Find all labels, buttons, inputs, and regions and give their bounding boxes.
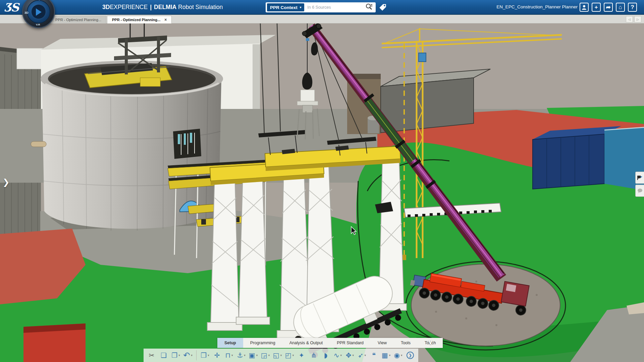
chevron-down-icon[interactable]: ▾ — [178, 354, 180, 357]
tab-programming[interactable]: Programming — [243, 338, 282, 348]
teach-robot-button[interactable]: ◲▾ — [259, 349, 271, 361]
new-robot-task-button[interactable]: ▣▾ — [247, 349, 259, 361]
cut-button[interactable]: ✂ — [146, 349, 158, 361]
more-tools-button[interactable]: ❯ — [404, 349, 416, 361]
paste-icon: ❐ — [171, 352, 177, 359]
tab-ppr-standard[interactable]: PPR Standard — [330, 338, 371, 348]
chevron-down-icon[interactable]: ▾ — [353, 354, 354, 357]
compass-3d-label[interactable]: 3D — [24, 11, 29, 14]
search-context-label: PPR Context — [270, 5, 298, 10]
trace-icon: ∿ — [334, 352, 339, 359]
snap-magnet-icon: ⊓ — [225, 352, 230, 359]
chevron-down-icon[interactable]: ▾ — [244, 354, 246, 357]
ribbon-collapse-button[interactable]: ∨ — [428, 338, 433, 346]
sequence-flow-button[interactable]: ⋔ — [308, 349, 320, 361]
viewport-side-panel — [635, 172, 644, 197]
sequence-flow-icon: ⋔ — [311, 352, 317, 359]
close-icon[interactable]: × — [164, 17, 167, 22]
profile-icon[interactable] — [580, 3, 589, 12]
undo-button[interactable]: ↶▾ — [182, 349, 194, 361]
viewport-comment-button[interactable] — [635, 185, 644, 197]
chevron-down-icon[interactable]: ▾ — [208, 354, 209, 357]
robot-tooling-icon: ✦ — [299, 352, 305, 359]
top-bar: ƷS 3DEXPERIENCE|DELMIA Robot Simulation … — [0, 0, 644, 15]
chevron-down-icon[interactable]: ▾ — [268, 354, 270, 357]
tab-tools[interactable]: Tools — [394, 338, 418, 348]
play-icon[interactable] — [36, 8, 42, 16]
user-label[interactable]: EN_EPC_Construction_Planner Planner — [496, 4, 578, 9]
search-context-dropdown[interactable]: PPR Context ▾ — [267, 3, 304, 11]
expand-left-panel-button[interactable]: ❯ — [1, 175, 11, 189]
document-tab-1-label: PPR - Optimized Planning... — [55, 18, 101, 22]
swept-volume-icon: ◗ — [324, 352, 328, 359]
share-icon[interactable]: ➦ — [604, 3, 613, 12]
document-tab-2[interactable]: PPR - Optimized Planning... × — [107, 16, 172, 23]
home-icon[interactable]: ⌂ — [616, 3, 625, 12]
create-target-button[interactable]: ✛ — [211, 349, 223, 361]
anchor-icon: ⚓ — [237, 352, 243, 359]
search-icon[interactable] — [365, 3, 373, 12]
paste-button[interactable]: ❐▾ — [170, 349, 182, 361]
tab-analysis-output[interactable]: Analysis & Output — [282, 338, 330, 348]
chevron-down-icon[interactable]: ▾ — [389, 354, 391, 357]
trace-button[interactable]: ∿▾ — [332, 349, 344, 361]
construction-scene — [0, 23, 644, 362]
annotation-button[interactable]: ❝ — [368, 349, 380, 361]
undo-icon: ↶ — [183, 351, 190, 359]
anchor-button[interactable]: ⚓▾ — [235, 349, 247, 361]
title-divider: | — [150, 4, 152, 10]
robot-jog-button[interactable]: ◱▾ — [271, 349, 283, 361]
chevron-down-icon[interactable]: ▾ — [401, 354, 402, 357]
document-tab-2-label: PPR - Optimized Planning... — [112, 18, 160, 22]
container-gray[interactable] — [381, 69, 490, 133]
robot-jog-icon: ◱ — [273, 352, 279, 359]
chevron-down-icon[interactable]: ▾ — [340, 354, 342, 357]
tab-scroll-left-button[interactable]: ◁ — [626, 16, 633, 22]
tab-setup[interactable]: Setup — [217, 338, 243, 348]
add-icon[interactable]: + — [592, 3, 601, 12]
search-input[interactable]: In 6 Sources — [307, 5, 365, 10]
chevron-down-icon[interactable]: ▾ — [231, 354, 233, 357]
teach-robot-icon: ◲ — [261, 352, 267, 359]
more-tools-icon: ❯ — [407, 352, 414, 359]
tab-view[interactable]: View — [371, 338, 394, 348]
viewport-flag-button[interactable] — [635, 172, 644, 184]
3d-viewport[interactable] — [0, 23, 644, 362]
ribbon-tab-bar: Setup Programming Analysis & Output PPR … — [217, 338, 443, 348]
jog-manipulate-icon: ✥ — [346, 352, 352, 359]
snap-button[interactable]: ⊓▾ — [223, 349, 235, 361]
title-experience: EXPERIENCE — [110, 4, 148, 10]
document-tab-1[interactable]: PPR - Optimized Planning... — [50, 16, 106, 23]
toolbar-separator — [196, 350, 197, 360]
chevron-down-icon[interactable]: ▾ — [191, 354, 193, 357]
robot-tooling-button[interactable]: ✦ — [296, 349, 308, 361]
annotation-balloon-icon: ❝ — [372, 352, 376, 359]
chevron-down-icon[interactable]: ▾ — [365, 354, 366, 357]
capture-button[interactable]: ◉▾ — [392, 349, 404, 361]
concrete-tank[interactable] — [31, 61, 223, 231]
create-target-icon: ✛ — [214, 352, 220, 359]
chevron-down-icon[interactable]: ▾ — [292, 354, 294, 357]
search-bar[interactable]: PPR Context ▾ In 6 Sources — [266, 2, 376, 12]
copy-button[interactable]: ❏ — [158, 349, 170, 361]
jog-manipulate-button[interactable]: ✥▾ — [344, 349, 356, 361]
open-simulation-button[interactable]: ❒▾ — [199, 349, 211, 361]
title-3d: 3D — [102, 4, 110, 10]
help-icon[interactable]: ? — [628, 3, 637, 12]
3ds-logo[interactable]: ƷS — [4, 1, 18, 14]
chevron-down-icon[interactable]: ▾ — [280, 354, 282, 357]
swept-volume-button[interactable]: ◗ — [320, 349, 332, 361]
chevron-down-icon: ▾ — [300, 6, 302, 9]
red-building[interactable] — [23, 323, 86, 362]
action-toolbar: ✂ ❏ ❐▾ ↶▾ ❒▾ ✛ ⊓▾ ⚓▾ ▣▾ ◲▾ ◱▾ ◰▾ ✦ ⋔ ◗ ∿… — [144, 349, 418, 362]
tab-scroll-right-button[interactable]: ▷ — [634, 16, 641, 22]
tag-icon[interactable] — [378, 3, 387, 12]
chevron-down-icon[interactable]: ▾ — [256, 354, 258, 357]
screen-layout-button[interactable]: ▦▾ — [380, 349, 392, 361]
compass-vr-label[interactable]: V.R — [36, 23, 40, 26]
robot-setup-button[interactable]: ◰▾ — [283, 349, 296, 361]
title-app: Robot Simulation — [178, 4, 223, 10]
robot-setup-icon: ◰ — [285, 352, 291, 359]
screen-layout-icon: ▦ — [382, 352, 388, 359]
robot-path-button[interactable]: ➶▾ — [356, 349, 368, 361]
